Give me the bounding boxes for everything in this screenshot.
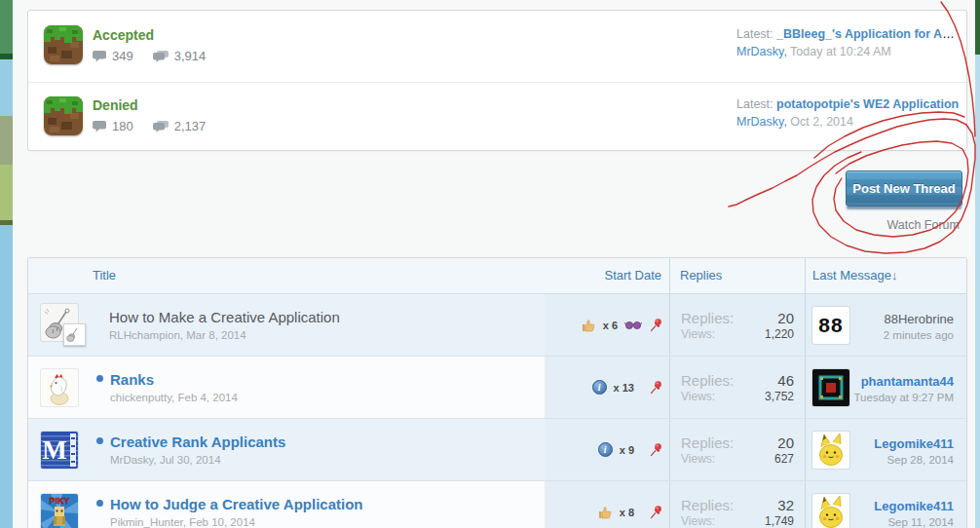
pushpin-icon — [649, 318, 662, 332]
replies-label: Replies: — [681, 372, 734, 389]
thread-stats: Replies: 20 Views: 627 — [669, 419, 805, 480]
latest-time: Oct 2, 2014 — [790, 115, 853, 129]
views-label: Views: — [681, 390, 715, 403]
watch-forum-link[interactable]: Watch Forum — [886, 218, 960, 232]
pushpin-icon — [649, 505, 662, 519]
thread-title-link[interactable]: How to Judge a Creative Application — [110, 496, 362, 512]
message-bubbles-icon — [153, 121, 169, 132]
info-badge-icon: i — [592, 380, 607, 395]
last-post-time: Sep 11, 2014 — [849, 516, 954, 528]
forum-row-denied[interactable]: Denied 180 2,137 Latest: potatopotpie's … — [28, 82, 966, 150]
latest-post-block: Latest: potatopotpie's WE2 Application M… — [736, 95, 962, 131]
thread-title-link[interactable]: Ranks — [110, 371, 154, 388]
message-count: 2,137 — [174, 119, 207, 133]
thread-awards: i x 9 — [545, 419, 669, 480]
award-count: x 8 — [620, 507, 634, 518]
forum-row-accepted[interactable]: Accepted 349 3,914 Latest: _BBleeg_'s Ap… — [28, 11, 966, 82]
header-replies[interactable]: Replies — [680, 258, 797, 293]
thread-stats: Replies: 20 Views: 1,220 — [669, 294, 805, 356]
latest-label: Latest: — [736, 27, 773, 41]
latest-thread-link[interactable]: _BBleeg_'s Application for ADV… — [776, 27, 962, 41]
latest-time: Today at 10:24 AM — [790, 45, 891, 58]
views-label: Views: — [681, 327, 715, 341]
views-value: 627 — [774, 452, 794, 466]
message-bubbles-icon — [153, 51, 169, 62]
unread-dot — [96, 375, 103, 382]
piky-avatar[interactable]: PIKY — [41, 494, 78, 528]
thread-list-header: Title Start Date Replies Views Last Mess… — [28, 258, 966, 294]
mini-violin-avatar — [63, 323, 86, 346]
chicken-avatar[interactable] — [41, 369, 78, 406]
header-start-date[interactable]: Start Date — [545, 258, 669, 293]
svg-text:PIKY: PIKY — [49, 496, 69, 506]
minecraft-grass-block-icon — [44, 96, 83, 135]
info-badge-icon: i — [598, 442, 613, 457]
pikachu-avatar[interactable] — [812, 432, 849, 469]
latest-user-link[interactable]: MrDasky, — [736, 45, 787, 58]
thread-byline: MrDasky, Jul 30, 2014 — [94, 454, 285, 466]
background-strip-left — [0, 0, 13, 528]
latest-post-block: Latest: _BBleeg_'s Application for ADV… … — [736, 25, 962, 60]
award-count: x 13 — [614, 382, 634, 394]
views-label: Views: — [681, 452, 715, 466]
thread-title-link[interactable]: How to Make a Creative Application — [109, 309, 340, 325]
thread-row[interactable]: M Creative Rank Applicants MrDasky, Jul … — [28, 418, 966, 480]
thread-row[interactable]: Ranks chickenputty, Feb 4, 2014 i x 13 R… — [28, 356, 966, 418]
last-post-time: Tuesday at 9:27 PM — [849, 392, 954, 403]
pikachu-avatar[interactable] — [812, 494, 849, 528]
header-title[interactable]: Title — [28, 258, 545, 293]
latest-user-link[interactable]: MrDasky, — [736, 115, 787, 129]
m-logo-avatar[interactable]: M — [41, 432, 78, 469]
background-strip-right — [975, 0, 980, 528]
last-post-user[interactable]: 88Herobrine — [884, 312, 954, 326]
thread-stats: Replies: 32 Views: 1,749 — [669, 481, 805, 528]
thumbs-up-icon — [597, 505, 613, 520]
last-post-time: Sep 28, 2014 — [849, 454, 954, 466]
replies-value: 20 — [777, 434, 794, 451]
replies-label: Replies: — [681, 497, 734, 513]
replies-value: 46 — [777, 372, 794, 389]
glasses-icon — [624, 320, 642, 330]
thread-bubble-icon — [93, 121, 106, 132]
latest-thread-link[interactable]: potatopotpie's WE2 Application — [776, 97, 959, 111]
post-new-thread-button[interactable]: Post New Thread — [846, 170, 962, 207]
thread-title-link[interactable]: Creative Rank Applicants — [110, 434, 285, 450]
replies-label: Replies: — [681, 310, 734, 326]
redstone-block-avatar[interactable] — [812, 369, 849, 406]
award-count: x 6 — [603, 320, 618, 331]
svg-text:M: M — [42, 435, 66, 465]
award-count: x 9 — [620, 444, 634, 456]
88-avatar[interactable]: 88 — [812, 307, 849, 344]
thread-byline: RLHchampion, Mar 8, 2014 — [94, 329, 340, 341]
message-count: 3,914 — [174, 49, 207, 63]
thread-stats: Replies: 46 Views: 3,752 — [669, 357, 805, 418]
last-post-user[interactable]: Legomike411 — [874, 499, 954, 513]
forum-node-panel: Accepted 349 3,914 Latest: _BBleeg_'s Ap… — [27, 10, 967, 151]
views-value: 1,749 — [765, 514, 794, 528]
thread-awards: x 8 — [545, 481, 669, 528]
unread-dot — [96, 500, 103, 507]
views-label: Views: — [681, 514, 715, 528]
thread-awards: i x 13 — [545, 357, 669, 418]
last-post-user[interactable]: phantamanta44 — [861, 374, 954, 389]
views-value: 1,220 — [765, 327, 794, 341]
views-value: 3,752 — [765, 390, 794, 403]
thread-list-panel: Title Start Date Replies Views Last Mess… — [27, 257, 967, 528]
last-post-time: 2 minutes ago — [849, 329, 954, 341]
unread-dot — [96, 437, 103, 444]
thread-byline: chickenputty, Feb 4, 2014 — [94, 392, 238, 403]
thread-awards: x 6 — [545, 294, 669, 356]
thread-count: 349 — [112, 49, 133, 63]
sort-descending-icon: ↓ — [891, 258, 898, 293]
thread-row[interactable]: How to Make a Creative Application RLHch… — [28, 294, 966, 356]
thumbs-up-icon — [581, 318, 596, 333]
last-post-user[interactable]: Legomike411 — [874, 436, 954, 451]
thread-bubble-icon — [93, 51, 106, 62]
thread-count: 180 — [112, 119, 133, 133]
header-last-message[interactable]: Last Message ↓ — [805, 258, 966, 293]
replies-label: Replies: — [681, 434, 734, 451]
thread-byline: Pikmin_Hunter, Feb 10, 2014 — [94, 516, 362, 528]
thread-row[interactable]: PIKY How to Judge a Creative Application — [28, 480, 966, 528]
replies-value: 20 — [777, 310, 794, 326]
pushpin-icon — [649, 380, 662, 395]
